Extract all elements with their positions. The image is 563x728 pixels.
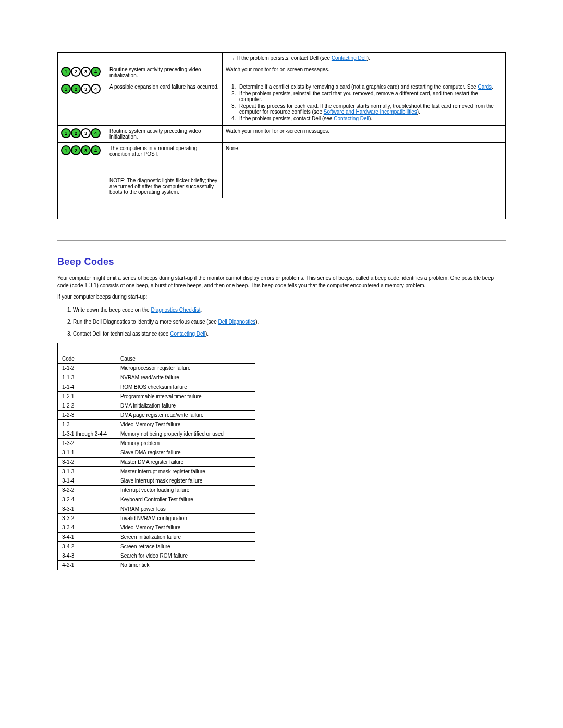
beep-code-cell: 3-3-4 bbox=[58, 523, 116, 533]
beep-row: 3-1-2Master DMA register failure bbox=[58, 458, 255, 467]
beep-row: 1-1-3NVRAM read/write failure bbox=[58, 373, 255, 382]
beep-code-cell: 1-1-2 bbox=[58, 364, 116, 373]
beep-cause-cell: Programmable interval timer failure bbox=[116, 392, 255, 401]
contacting-dell-link[interactable]: Contacting Dell bbox=[334, 116, 369, 121]
beep-row: 1-3-1 through 2-4-4Memory not being prop… bbox=[58, 429, 255, 439]
beep-cause-cell: Search for video ROM failure bbox=[116, 551, 255, 561]
beep-code-cell: 1-1-3 bbox=[58, 373, 116, 382]
sw-hw-incompat-link[interactable]: Software and Hardware Incompatibilities bbox=[324, 109, 417, 115]
beep-step-link[interactable]: Contacting Dell bbox=[170, 331, 205, 337]
beep-row: 1-3Video Memory Test failure bbox=[58, 420, 255, 429]
diag-light-icon: 3 bbox=[81, 128, 91, 138]
solution-step: Determine if a conflict exists by removi… bbox=[237, 84, 502, 90]
beep-code-cell: 3-4-3 bbox=[58, 551, 116, 561]
beep-cause-cell: Invalid NVRAM configuration bbox=[116, 514, 255, 523]
diag-solution-cell: Determine if a conflict exists by removi… bbox=[223, 81, 506, 126]
beep-step-link[interactable]: Diagnostics Checklist bbox=[151, 307, 200, 313]
beep-code-cell: 3-3-1 bbox=[58, 504, 116, 514]
beep-row: 3-3-4Video Memory Test failure bbox=[58, 523, 255, 533]
beep-intro: Your computer might emit a series of bee… bbox=[57, 275, 506, 289]
diag-row: 1234Routine system activity preceding vi… bbox=[58, 64, 506, 81]
beep-cause-cell: Memory not being properly identified or … bbox=[116, 429, 255, 439]
diag-row: If the problem persists, contact Dell (s… bbox=[58, 53, 506, 64]
beep-header-code: Code bbox=[58, 354, 116, 364]
diag-solution-cell: None. bbox=[223, 143, 506, 198]
diag-description-cell: A possible expansion card failure has oc… bbox=[106, 81, 223, 126]
beep-row: 3-1-4Slave interrupt mask register failu… bbox=[58, 476, 255, 486]
diag-light-icon: 1 bbox=[61, 145, 71, 155]
diag-description-cell bbox=[106, 53, 223, 64]
diag-light-icon: 2 bbox=[71, 128, 81, 138]
beep-cause-cell: NVRAM read/write failure bbox=[116, 373, 255, 382]
beep-header-spacer bbox=[58, 343, 255, 354]
beep-cause-cell: Screen retrace failure bbox=[116, 542, 255, 551]
beep-code-cell: 1-2-1 bbox=[58, 392, 116, 401]
diag-note: NOTE: The diagnostic lights flicker brie… bbox=[109, 178, 219, 195]
beep-row: 1-2-1Programmable interval timer failure bbox=[58, 392, 255, 401]
diag-light-icon: 4 bbox=[91, 145, 101, 155]
beep-cause-cell: Video Memory Test failure bbox=[116, 523, 255, 533]
diag-lights-cell: 1234 bbox=[58, 81, 106, 126]
diag-lights-cell: 1234 bbox=[58, 64, 106, 81]
beep-steps-list: Write down the beep code on the Diagnost… bbox=[57, 307, 506, 337]
solution-step: Repeat this process for each card. If th… bbox=[237, 103, 502, 115]
beep-code-cell: 3-1-1 bbox=[58, 448, 116, 458]
beep-step: Run the Dell Diagnostics to identify a m… bbox=[73, 319, 506, 325]
diag-light-icon: 4 bbox=[91, 84, 101, 94]
beep-code-cell: 1-3 bbox=[58, 420, 116, 429]
diag-light-icon: 2 bbox=[71, 145, 81, 155]
beep-code-cell: 3-1-2 bbox=[58, 458, 116, 467]
section-divider bbox=[57, 240, 506, 241]
beep-cause-cell: DMA initialization failure bbox=[116, 401, 255, 411]
diag-solution-cell: If the problem persists, contact Dell (s… bbox=[223, 53, 506, 64]
contacting-dell-link[interactable]: Contacting Dell bbox=[332, 55, 367, 61]
beep-step: Contact Dell for technical assistance (s… bbox=[73, 331, 506, 337]
diag-row: 1234A possible expansion card failure ha… bbox=[58, 81, 506, 126]
solution-step: If the problem persists, reinstall the c… bbox=[237, 91, 502, 102]
beep-row: 3-1-3Master interrupt mask register fail… bbox=[58, 467, 255, 476]
diag-light-icon: 2 bbox=[71, 84, 81, 94]
beep-cause-cell: Keyboard Controller Test failure bbox=[116, 495, 255, 504]
cards-link[interactable]: Cards bbox=[478, 84, 492, 90]
beep-step-link[interactable]: Dell Diagnostics bbox=[218, 319, 255, 325]
beep-cause-cell: Interrupt vector loading failure bbox=[116, 486, 255, 495]
beep-codes-heading: Beep Codes bbox=[57, 256, 506, 267]
beep-cause-cell: Screen initialization failure bbox=[116, 533, 255, 542]
diagnostic-lights-table: If the problem persists, contact Dell (s… bbox=[57, 52, 506, 219]
beep-code-cell: 3-4-1 bbox=[58, 533, 116, 542]
beep-row: 3-3-2Invalid NVRAM configuration bbox=[58, 514, 255, 523]
diag-light-icon: 3 bbox=[81, 67, 91, 77]
diag-row: 1234Routine system activity preceding vi… bbox=[58, 126, 506, 143]
beep-codes-table: CodeCause1-1-2Microprocessor register fa… bbox=[57, 343, 255, 570]
beep-row: 3-4-2Screen retrace failure bbox=[58, 542, 255, 551]
beep-cause-cell: Slave DMA register failure bbox=[116, 448, 255, 458]
beep-row: 3-2-4Keyboard Controller Test failure bbox=[58, 495, 255, 504]
beep-row: 1-1-4ROM BIOS checksum failure bbox=[58, 382, 255, 392]
beep-code-cell: 4-2-1 bbox=[58, 561, 116, 570]
beep-cause-cell: Master interrupt mask register failure bbox=[116, 467, 255, 476]
diag-description-cell: Routine system activity preceding video … bbox=[106, 126, 223, 143]
beep-cause-cell: NVRAM power loss bbox=[116, 504, 255, 514]
beep-cause-cell: Video Memory Test failure bbox=[116, 420, 255, 429]
diag-light-icon: 1 bbox=[61, 128, 71, 138]
diag-empty-row bbox=[58, 198, 506, 219]
beep-row: 3-4-3Search for video ROM failure bbox=[58, 551, 255, 561]
beep-step: Write down the beep code on the Diagnost… bbox=[73, 307, 506, 313]
beep-header-row: CodeCause bbox=[58, 354, 255, 364]
beep-code-cell: 3-4-2 bbox=[58, 542, 116, 551]
diag-light-icon: 2 bbox=[71, 67, 81, 77]
beep-cause-cell: Memory problem bbox=[116, 439, 255, 448]
beep-code-cell: 3-1-3 bbox=[58, 467, 116, 476]
beep-code-cell: 1-1-4 bbox=[58, 382, 116, 392]
diag-lights-cell: 1234 bbox=[58, 126, 106, 143]
beep-row: 1-2-3DMA page register read/write failur… bbox=[58, 411, 255, 420]
diag-light-icon: 3 bbox=[81, 84, 91, 94]
beep-code-cell: 3-2-4 bbox=[58, 495, 116, 504]
beep-cause-cell: Slave interrupt mask register failure bbox=[116, 476, 255, 486]
diag-light-icon: 1 bbox=[61, 67, 71, 77]
solution-bullet: If the problem persists, contact Dell (s… bbox=[233, 55, 502, 61]
diag-solution-cell: Watch your monitor for on-screen message… bbox=[223, 64, 506, 81]
diag-lights-cell bbox=[58, 53, 106, 64]
diag-lights-cell: 1234 bbox=[58, 143, 106, 198]
beep-row: 1-1-2Microprocessor register failure bbox=[58, 364, 255, 373]
